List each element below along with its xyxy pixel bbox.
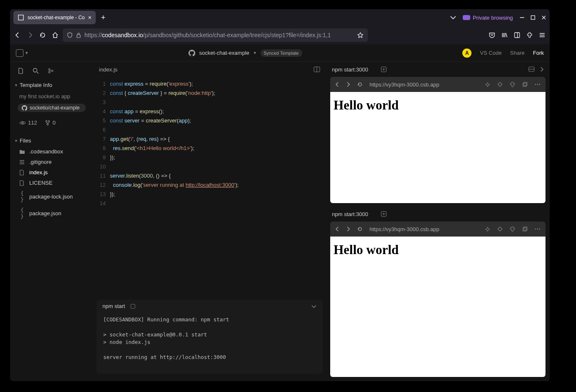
new-tab-button[interactable]: + [97,12,109,23]
git-icon[interactable] [48,68,54,74]
preview-heading: Hello world [330,237,545,263]
fork-button[interactable]: Fork [533,50,544,56]
terminal-tab[interactable]: npm start [102,303,125,309]
terminal-output[interactable]: [CODESANDBOX] Running command: npm start… [97,313,323,374]
add-preview-icon[interactable] [381,66,387,72]
repo-name[interactable]: socket-chat-example [199,50,250,56]
preview-url[interactable]: https://vy3hqm-3000.csb.app [370,81,478,88]
file-item-index-js[interactable]: index.js [10,167,93,178]
more-icon[interactable] [535,84,540,85]
share-button[interactable]: Share [510,50,525,56]
extension-icon[interactable] [510,226,515,232]
home-button[interactable] [52,32,59,38]
file-icon [19,180,25,186]
svg-point-12 [46,120,47,122]
code-content[interactable]: const express = require('express'); cons… [110,79,326,297]
svg-point-31 [535,229,536,230]
url-field[interactable]: https://codesandbox.io/p/sandbox/github/… [63,28,368,42]
svg-point-11 [22,122,23,124]
menu-button[interactable]: ▾ [16,49,28,57]
browser-tab[interactable]: socket-chat-example - Co × [13,11,96,24]
svg-rect-17 [131,304,135,308]
file-item--codesandbox[interactable]: .codesandbox [10,146,93,157]
sparkle-icon[interactable] [485,82,490,87]
svg-rect-30 [524,227,527,230]
library-icon[interactable] [501,32,508,38]
square-icon [16,49,23,57]
chevron-down-icon[interactable] [311,304,317,308]
sidebar: ▾ Template Info my first socket.io app s… [10,62,93,381]
bookmark-icon[interactable] [357,32,364,38]
sparkle-icon[interactable] [485,227,490,232]
vscode-button[interactable]: VS Code [480,50,502,56]
codesandbox-icon [18,14,24,21]
editor-tab-active[interactable]: index.js [99,66,117,73]
preview-reload-icon[interactable] [357,226,363,232]
github-icon [22,105,27,111]
layout-icon[interactable] [528,66,535,72]
svg-rect-2 [531,16,535,20]
preview-forward-icon[interactable] [346,227,350,232]
preview-tab-2[interactable]: npm start:3000 [332,211,368,217]
preview-back-icon[interactable] [335,227,339,232]
menu-icon[interactable] [539,32,545,38]
crosshair-icon[interactable] [497,226,503,232]
braces-icon: { } [19,190,25,203]
svg-point-24 [535,84,536,85]
url-text: https://codesandbox.io/p/sandbox/github/… [84,32,354,38]
add-preview-icon[interactable] [381,211,387,217]
file-item-package-lock-json[interactable]: { }package-lock.json [10,188,93,205]
extension-icon[interactable] [510,81,515,87]
file-label: .codesandbox [29,148,63,155]
close-window-button[interactable] [541,15,546,20]
svg-point-26 [539,84,540,85]
tab-list-dropdown[interactable] [450,15,456,20]
crosshair-icon[interactable] [497,81,503,87]
preview-reload-icon[interactable] [357,81,363,87]
reload-button[interactable] [39,32,46,38]
preview-back-icon[interactable] [335,82,339,87]
popout-icon[interactable] [522,226,528,232]
preview-forward-icon[interactable] [346,82,350,87]
preview-tab[interactable]: npm start:3000 [332,66,368,73]
chevron-right-icon[interactable] [540,66,544,72]
file-item-LICENSE[interactable]: LICENSE [10,178,93,188]
shield-icon[interactable] [67,32,73,38]
maximize-button[interactable] [530,15,535,20]
avatar[interactable]: A [462,48,472,58]
chevron-down-icon[interactable]: ▾ [254,50,256,56]
repo-pill[interactable]: socketio/chat-example [18,104,86,112]
back-button[interactable] [14,32,21,38]
split-editor-icon[interactable] [313,66,320,72]
lock-icon[interactable] [76,32,81,38]
preview-frame-1[interactable]: Hello world [330,92,545,203]
extensions-icon[interactable] [526,32,533,38]
codesandbox-app: ▾ socket-chat-example ▾ Synced Template … [10,44,550,381]
pocket-icon[interactable] [489,32,495,38]
folder-icon [19,149,25,154]
search-icon[interactable] [33,68,39,74]
file-label: LICENSE [29,180,53,186]
more-icon[interactable] [535,228,540,230]
terminal-stop-icon[interactable] [130,303,136,309]
forward-button[interactable] [27,32,33,38]
file-label: package.json [29,210,61,216]
lines-icon [19,160,25,165]
minimize-button[interactable] [520,15,525,20]
tab-bar: socket-chat-example - Co × + Private bro… [10,9,550,26]
private-browsing-badge: Private browsing [463,15,513,21]
file-item-package-json[interactable]: { }package.json [10,205,93,221]
popout-icon[interactable] [522,81,528,87]
file-icon[interactable] [18,68,24,74]
sidebar-toggle-icon[interactable] [514,32,520,38]
close-icon[interactable]: × [88,14,92,21]
preview-frame-2[interactable]: Hello world [330,237,545,377]
app-header: ▾ socket-chat-example ▾ Synced Template … [10,44,550,62]
preview-url[interactable]: https://vy3hqm-3000.csb.app [370,226,478,232]
files-section[interactable]: ▾ Files [10,135,93,146]
file-item--gitignore[interactable]: .gitignore [10,157,93,167]
template-info-section[interactable]: ▾ Template Info [10,79,93,91]
preview-column: npm start:3000 https://vy3hqm-3000.csb.a… [326,62,550,381]
code-editor[interactable]: 1234567891011121314 const express = requ… [93,77,326,297]
line-gutter: 1234567891011121314 [93,79,110,297]
